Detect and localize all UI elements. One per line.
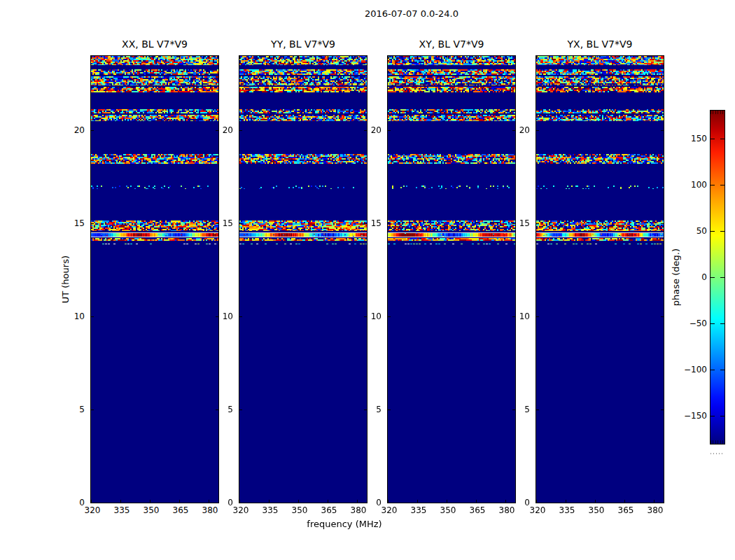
x-tick-labels: 320335350365380 [536,505,664,517]
colorbar-tick-mark [720,370,724,370]
colorbar-tick-mark [710,185,715,186]
colorbar-tick-mark [710,139,715,139]
panel-title-xx: XX, BL V7*V9 [91,38,218,50]
colorbar-tick-label: 50 [696,226,707,236]
colorbar-tick-label: −100 [684,365,707,374]
colorbar-tick-mark [710,231,715,232]
colorbar-tick-mark [720,277,724,278]
colorbar: −150−100−50050100150 [710,110,725,444]
panel-title-yx: YX, BL V7*V9 [536,38,664,50]
y-tick-label: 10 [223,312,233,321]
colorbar-bottom-hatch-icon [710,440,724,444]
x-tick-label: 350 [589,505,605,515]
x-tick-label: 320 [530,505,546,515]
colorbar-tick-mark [710,416,715,416]
x-tick-label: 380 [202,505,218,515]
x-tick-label: 350 [144,505,160,515]
y-tick-label: 10 [74,312,85,321]
y-tick-label: 15 [223,218,233,228]
heatmap-canvas-xx [91,56,218,503]
x-tick-label: 335 [411,505,427,515]
y-tick-label: 20 [74,125,85,135]
heatmap-canvas-yx [536,56,664,503]
colorbar-label: phase (deg.) [671,248,681,306]
y-tick-label: 15 [74,218,85,228]
x-tick-label: 320 [233,505,249,515]
y-tick-labels: 05101520 [214,56,237,503]
colorbar-tick-label: 150 [691,134,707,144]
panel-yy: YY, BL V7*V9 05101520 320335350365380 [239,55,368,503]
colorbar-tick-mark [710,323,715,324]
x-tick-label: 380 [351,505,367,515]
y-tick-labels: 05101520 [511,56,533,503]
x-tick-label: 365 [618,505,634,515]
colorbar-top-hatch-icon [710,111,724,114]
figure: 2016-07-07 0.0-24.0 XX, BL V7*V9 0510152… [0,0,735,560]
y-tick-label: 20 [223,125,233,135]
y-tick-label: 15 [371,218,382,228]
panel-title-xy: XY, BL V7*V9 [388,38,515,50]
x-tick-label: 350 [440,505,456,515]
colorbar-tick-mark [720,185,724,186]
x-tick-label: 335 [114,505,130,515]
x-tick-label: 320 [382,505,398,515]
x-tick-label: 380 [499,505,515,515]
heatmap-canvas-yy [239,56,367,503]
y-tick-label: 5 [376,405,382,414]
colorbar-tick-mark [720,139,724,139]
y-tick-label: 15 [519,218,530,228]
y-axis-label: UT (hours) [60,255,71,303]
colorbar-tick-mark [710,370,715,370]
x-tick-label: 335 [559,505,575,515]
colorbar-label-wrap: phase (deg.) [669,110,682,444]
x-tick-labels: 320335350365380 [388,505,515,517]
colorbar-tick-mark [710,277,715,278]
x-tick-labels: 320335350365380 [239,505,367,517]
x-tick-labels: 320335350365380 [91,505,218,517]
panel-xy: XY, BL V7*V9 05101520 320335350365380 [387,55,516,503]
y-tick-label: 10 [371,312,382,321]
colorbar-dotted-underline [710,453,724,454]
y-tick-label: 20 [519,125,530,135]
figure-title: 2016-07-07 0.0-24.0 [91,8,732,19]
y-tick-label: 5 [524,405,530,414]
x-tick-label: 365 [470,505,486,515]
x-tick-label: 350 [292,505,308,515]
y-tick-label: 5 [227,405,233,414]
panel-title-yy: YY, BL V7*V9 [239,38,367,50]
x-tick-label: 365 [321,505,337,515]
colorbar-tick-label: 0 [701,272,707,282]
colorbar-tick-label: −150 [684,411,707,421]
colorbar-tick-mark [720,231,724,232]
panel-yx: YX, BL V7*V9 05101520 320335350365380 [536,55,664,503]
y-tick-label: 10 [519,312,530,321]
panel-xx: XX, BL V7*V9 05101520 320335350365380 [90,55,219,503]
x-tick-label: 365 [173,505,189,515]
x-tick-label: 335 [262,505,279,515]
colorbar-tick-mark [720,416,724,416]
y-axis-label-wrap: UT (hours) [59,55,71,503]
x-tick-label: 380 [648,505,664,515]
x-tick-label: 320 [85,505,101,515]
y-tick-labels: 05101520 [363,56,385,503]
x-axis-label: frequency (MHz) [274,519,414,529]
colorbar-tick-mark [720,323,724,324]
heatmap-canvas-xy [388,56,515,503]
y-tick-label: 20 [371,125,382,135]
colorbar-tick-label: 100 [691,180,707,190]
y-tick-label: 5 [79,405,85,414]
colorbar-tick-label: −50 [690,318,707,328]
